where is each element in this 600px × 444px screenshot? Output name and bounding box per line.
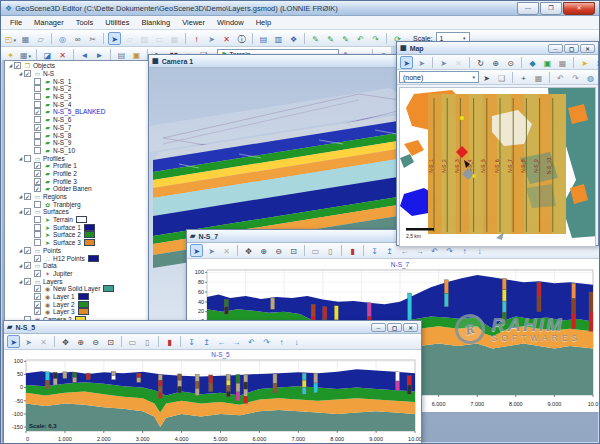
map-rotate-icon[interactable]: ↻ [474,56,487,69]
map-maximize-button[interactable]: ▢ [564,44,579,53]
tree-item-layer-3[interactable]: ✓◉Layer 3 [5,308,149,316]
expander-icon[interactable]: ◢ [17,279,24,284]
tree-item-n-s-9[interactable]: ▰N-S_9 [5,139,149,147]
map-layers-icon[interactable]: ❏ [495,71,508,84]
layout-1-icon[interactable]: ▭ [309,244,322,257]
layout-2-icon[interactable]: ▯ [141,335,154,348]
menu-window[interactable]: Window [211,18,250,27]
checkbox[interactable]: ✓ [24,262,31,269]
binoculars-icon[interactable]: ∞ [71,32,84,45]
move-top-icon[interactable]: ↥ [383,244,396,257]
alert-icon[interactable]: ! [190,32,203,45]
tree-item-objects[interactable]: ◢✓❒Objects [5,62,149,70]
checkbox[interactable]: ✓ [34,255,41,262]
menu-file[interactable]: File [4,18,28,27]
tree-item-n-s-3[interactable]: ▰N-S_3 [5,93,149,101]
tree-item-h12-points[interactable]: ✓∴H12 Points [5,254,149,262]
close-button[interactable]: ✕ [563,2,595,15]
map-edit-icon[interactable]: ➤ [437,56,450,69]
checkbox[interactable] [34,139,41,146]
ns5-close-button[interactable]: ✕ [403,323,418,332]
redo-green-icon[interactable]: ↷ [369,32,382,45]
menu-viewer[interactable]: Viewer [176,18,211,27]
ns5-maximize-button[interactable]: ▢ [387,323,402,332]
move-left-icon[interactable]: ← [215,335,228,348]
camera-window-titlebar[interactable]: ▦ Camera 1 [149,55,433,68]
tree-item-n-s[interactable]: ◢✓▭N-S [5,70,149,78]
expander-icon[interactable]: ◢ [17,209,24,214]
map-minimize-button[interactable]: ─ [548,44,563,53]
tree-item-n-s-5-blanked[interactable]: ✓▰N-S_5_BLANKED [5,108,149,116]
tree-item-n-s-2[interactable]: ▰N-S_2 [5,85,149,93]
map-lasso-icon[interactable]: ➤ [415,56,428,69]
tree-item-n-s-8[interactable]: ▰N-S_8 [5,131,149,139]
move-up-icon[interactable]: ↑ [275,335,288,348]
checkbox[interactable] [34,132,41,139]
tree-item-jupiter[interactable]: ✓✦Jupiter [5,270,149,278]
menu-blanking[interactable]: Blanking [135,18,176,27]
move-down-icon[interactable]: ↓ [290,335,303,348]
pan-icon[interactable]: ✥ [242,244,255,257]
tree-item-odder-banen[interactable]: ✓▰Odder Banen [5,185,149,193]
cut-icon[interactable]: ✂ [86,32,99,45]
select-arrow-icon[interactable]: ➤ [108,32,121,45]
zoom-out-icon[interactable]: ⊖ [272,244,285,257]
checkbox[interactable] [34,231,41,238]
expander-icon[interactable]: ◢ [17,71,24,76]
tree-item-n-s-6[interactable]: ▰N-S_6 [5,116,149,124]
map-pick-icon[interactable]: ➤ [480,71,493,84]
checkbox[interactable]: ✓ [34,308,41,315]
layers-view-icon[interactable]: ❖ [287,32,300,45]
tree-item-profile-3[interactable]: ✓▰Profile 3 [5,177,149,185]
draw-surface-1-icon[interactable]: ✎ [309,32,322,45]
map-canvas[interactable]: N-S_1N-S_2N-S_3N-S_4N-S_5N-S_6N-S_7N-S_8… [399,87,596,247]
tree-item-surface-2[interactable]: ➤Surface 2 [5,231,149,239]
checkbox[interactable] [34,224,41,231]
select-icon[interactable]: ➤ [7,335,20,348]
rotate-right-icon[interactable]: ↷ [260,335,273,348]
arrow-blue-icon[interactable]: ➤ [593,56,600,69]
map-select-rect-icon[interactable]: ▦ [532,71,545,84]
checkbox[interactable]: ✓ [24,247,31,254]
expander-icon[interactable]: ◢ [7,63,14,68]
open-model-icon[interactable]: ◰▾ [4,32,17,45]
tree-item-n-s-10[interactable]: ▰N-S_10 [5,147,149,155]
rotate-left-icon[interactable]: ↶ [245,335,258,348]
checkbox[interactable]: ✓ [34,301,41,308]
pan-icon[interactable]: ✥ [59,335,72,348]
list-view-icon[interactable]: ▤ [257,32,270,45]
save-model-icon[interactable]: ▦ [19,32,32,45]
checkbox[interactable] [34,101,41,108]
zoom-in-icon[interactable]: ⊕ [74,335,87,348]
ns5-minimize-button[interactable]: ─ [371,323,386,332]
minimize-button[interactable]: — [517,2,539,15]
checkbox[interactable]: ✓ [34,185,41,192]
tree-item-data[interactable]: ◢✓▭Data [5,262,149,270]
arrow-yellow-icon[interactable]: ➤ [578,56,591,69]
move-top-icon[interactable]: ↥ [200,335,213,348]
delete-icon[interactable]: ✕ [220,244,233,257]
maximize-button[interactable]: ❐ [540,2,562,15]
move-bottom-icon[interactable]: ↧ [368,244,381,257]
checkbox[interactable] [34,85,41,92]
checkbox[interactable]: ✓ [24,70,31,77]
checkbox[interactable]: ✓ [34,170,41,177]
checkbox[interactable]: ✓ [14,62,21,69]
checkbox[interactable]: ✓ [24,208,31,215]
select-icon[interactable]: ➤ [190,244,203,257]
checkbox[interactable]: ✓ [34,108,41,115]
tree-item-profiles[interactable]: ◢▭Profiles [5,154,149,162]
map-add-icon[interactable]: + [517,71,530,84]
zoom-box-icon[interactable]: ⊡ [104,335,117,348]
zoom-box-icon[interactable]: ⊡ [287,244,300,257]
checkbox[interactable]: ✓ [34,293,41,300]
expander-icon[interactable]: ◢ [17,194,24,199]
tree-item-points[interactable]: ◢✓▭Points [5,247,149,255]
layout-2-icon[interactable]: ▯ [324,244,337,257]
checkbox[interactable]: ✓ [24,193,31,200]
edit-icon[interactable]: ➤ [22,335,35,348]
map-titlebar[interactable]: ▦ Map ─ ▢ ✕ [397,42,598,55]
zoom-out-icon[interactable]: ⊖ [89,335,102,348]
tree-item-tranbjerg[interactable]: ✿Tranbjerg [5,200,149,208]
zoom-in-icon[interactable]: ⊕ [257,244,270,257]
